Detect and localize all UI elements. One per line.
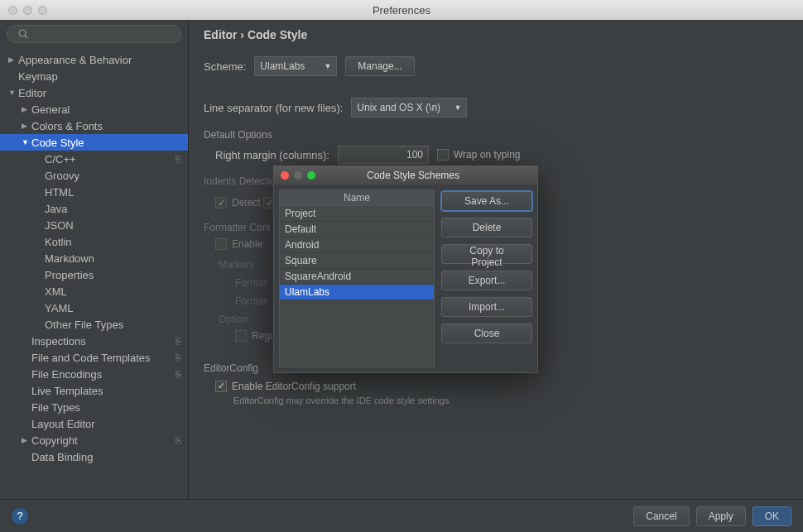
sidebar-item-label: Inspections xyxy=(31,335,86,347)
sidebar-item-copyright[interactable]: ▶Copyright⎘ xyxy=(0,432,188,448)
sidebar-item-label: Other File Types xyxy=(45,319,123,331)
scheme-list-item[interactable]: Square xyxy=(280,253,434,269)
cancel-button[interactable]: Cancel xyxy=(633,506,689,526)
project-scope-icon: ⎘ xyxy=(176,369,181,379)
sidebar-item-label: Layout Editor xyxy=(31,418,95,430)
sidebar-item-label: General xyxy=(31,103,70,116)
help-button[interactable]: ? xyxy=(12,508,28,525)
detect-checkbox[interactable]: Detect xyxy=(215,197,261,208)
sidebar-item-label: Editor xyxy=(18,87,46,99)
copy-to-project-button[interactable]: Copy to Project xyxy=(441,244,532,264)
apply-button[interactable]: Apply xyxy=(696,506,746,526)
scheme-list-item[interactable]: UlamLabs xyxy=(280,285,434,300)
sidebar-item-label: C/C++ xyxy=(45,153,76,165)
breadcrumb: Editor › Code Style xyxy=(204,28,788,41)
window-titlebar: Preferences xyxy=(0,0,803,20)
minimize-window-icon[interactable] xyxy=(23,6,32,15)
sidebar-item-appearance-behavior[interactable]: ▶Appearance & Behavior xyxy=(0,51,188,68)
sidebar-item-label: Kotlin xyxy=(45,236,72,248)
sidebar-item-label: Properties xyxy=(45,269,94,281)
sidebar-item-label: Groovy xyxy=(45,170,79,182)
sidebar-item-file-types[interactable]: File Types xyxy=(0,399,188,415)
sidebar-item-inspections[interactable]: Inspections⎘ xyxy=(0,333,188,349)
sidebar-item-file-and-code-templates[interactable]: File and Code Templates⎘ xyxy=(0,349,188,366)
right-margin-label: Right margin (columns): xyxy=(215,149,329,161)
project-scope-icon: ⎘ xyxy=(176,352,181,362)
line-separator-value: Unix and OS X (\n) xyxy=(357,102,440,113)
sidebar-item-c-c-[interactable]: C/C++⎘ xyxy=(0,151,188,167)
code-style-schemes-dialog: Code Style Schemes Name ProjectDefaultAn… xyxy=(273,165,538,373)
tree-arrow-icon: ▼ xyxy=(8,89,17,97)
line-separator-combo[interactable]: Unix and OS X (\n) ▼ xyxy=(351,98,467,117)
chevron-down-icon: ▼ xyxy=(324,62,331,70)
close-window-icon[interactable] xyxy=(8,6,17,15)
sidebar-item-label: Data Binding xyxy=(31,451,93,463)
svg-point-0 xyxy=(19,30,26,36)
sidebar-item-file-encodings[interactable]: File Encodings⎘ xyxy=(0,366,188,382)
search-input[interactable] xyxy=(7,25,181,43)
sidebar-item-colors-fonts[interactable]: ▶Colors & Fonts xyxy=(0,117,188,134)
sidebar-item-xml[interactable]: XML xyxy=(0,283,188,300)
svg-line-1 xyxy=(25,36,27,38)
scheme-value: UlamLabs xyxy=(260,60,305,72)
sidebar-item-java[interactable]: Java xyxy=(0,200,188,217)
save-as-button[interactable]: Save As... xyxy=(441,191,532,211)
sidebar-item-label: JSON xyxy=(45,219,74,232)
sidebar-item-json[interactable]: JSON xyxy=(0,217,188,233)
dialog-close-icon[interactable] xyxy=(281,171,289,180)
sidebar-item-label: File and Code Templates xyxy=(31,352,151,364)
tree-arrow-icon: ▶ xyxy=(22,436,30,444)
import-button[interactable]: Import... xyxy=(441,297,532,317)
dialog-zoom-icon[interactable] xyxy=(307,171,315,180)
sidebar-item-live-templates[interactable]: Live Templates xyxy=(0,382,188,399)
project-scope-icon: ⎘ xyxy=(176,435,181,445)
preferences-sidebar: ▶Appearance & BehaviorKeymap▼Editor▶Gene… xyxy=(0,20,189,499)
sidebar-item-kotlin[interactable]: Kotlin xyxy=(0,233,188,250)
tree-arrow-icon: ▶ xyxy=(22,105,30,113)
manage-button[interactable]: Manage... xyxy=(345,56,414,76)
sidebar-item-groovy[interactable]: Groovy xyxy=(0,167,188,184)
sidebar-item-label: Live Templates xyxy=(31,385,103,397)
search-container xyxy=(7,25,181,43)
scheme-listbox[interactable]: Name ProjectDefaultAndroidSquareSquareAn… xyxy=(279,189,435,367)
sidebar-item-data-binding[interactable]: Data Binding xyxy=(0,448,188,465)
zoom-window-icon[interactable] xyxy=(38,6,47,15)
search-icon xyxy=(18,29,28,39)
editorconfig-checkbox[interactable]: Enable EditorConfig support xyxy=(215,381,356,392)
scheme-list-item[interactable]: Android xyxy=(280,237,434,253)
sidebar-item-properties[interactable]: Properties xyxy=(0,266,188,283)
tree-arrow-icon: ▶ xyxy=(8,55,17,64)
sidebar-item-label: File Encodings xyxy=(31,368,102,381)
scheme-list-item[interactable]: Default xyxy=(280,222,434,237)
right-margin-input[interactable] xyxy=(338,146,429,164)
sidebar-item-label: Appearance & Behavior xyxy=(18,54,132,66)
sidebar-item-yaml[interactable]: YAML xyxy=(0,300,188,316)
dialog-minimize-icon xyxy=(294,171,302,180)
default-options-title: Default Options xyxy=(204,129,788,141)
settings-tree: ▶Appearance & BehaviorKeymap▼Editor▶Gene… xyxy=(0,48,188,499)
project-scope-icon: ⎘ xyxy=(176,336,181,346)
sidebar-item-markdown[interactable]: Markdown xyxy=(0,250,188,266)
ok-button[interactable]: OK xyxy=(753,506,791,526)
scheme-list-header: Name xyxy=(280,190,434,206)
line-separator-label: Line separator (for new files): xyxy=(204,102,343,114)
sidebar-item-label: Code Style xyxy=(31,137,84,149)
traffic-lights xyxy=(8,6,47,15)
sidebar-item-label: XML xyxy=(45,285,67,298)
scheme-list-item[interactable]: Project xyxy=(280,206,434,222)
sidebar-item-label: Keymap xyxy=(18,70,58,83)
sidebar-item-editor[interactable]: ▼Editor xyxy=(0,84,188,101)
close-button[interactable]: Close xyxy=(441,324,532,343)
sidebar-item-general[interactable]: ▶General xyxy=(0,101,188,117)
wrap-on-typing-checkbox[interactable]: Wrap on typing xyxy=(437,149,521,161)
sidebar-item-html[interactable]: HTML xyxy=(0,184,188,200)
sidebar-item-layout-editor[interactable]: Layout Editor xyxy=(0,415,188,432)
scheme-combo[interactable]: UlamLabs ▼ xyxy=(254,56,337,76)
delete-button[interactable]: Delete xyxy=(441,218,532,237)
sidebar-item-other-file-types[interactable]: Other File Types xyxy=(0,316,188,333)
sidebar-item-keymap[interactable]: Keymap xyxy=(0,68,188,84)
export-button[interactable]: Export... xyxy=(441,271,532,290)
sidebar-item-code-style[interactable]: ▼Code Style xyxy=(0,134,188,151)
scheme-list-item[interactable]: SquareAndroid xyxy=(280,269,434,285)
enable-formatter-checkbox[interactable]: Enable xyxy=(215,238,262,250)
